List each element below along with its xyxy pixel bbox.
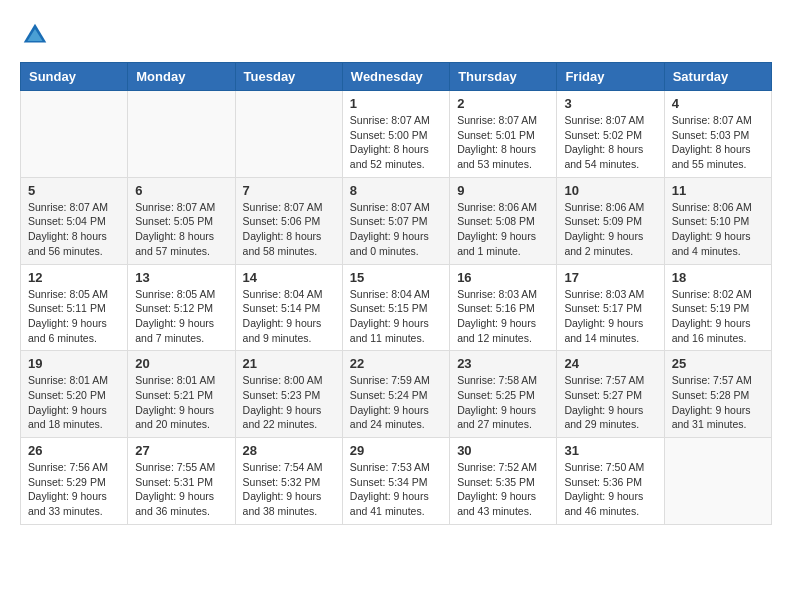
calendar-cell: 1Sunrise: 8:07 AM Sunset: 5:00 PM Daylig… [342,91,449,178]
calendar-cell: 30Sunrise: 7:52 AM Sunset: 5:35 PM Dayli… [450,438,557,525]
day-info: Sunrise: 8:03 AM Sunset: 5:16 PM Dayligh… [457,287,549,346]
weekday-header-row: SundayMondayTuesdayWednesdayThursdayFrid… [21,63,772,91]
day-number: 4 [672,96,764,111]
calendar-week-row: 1Sunrise: 8:07 AM Sunset: 5:00 PM Daylig… [21,91,772,178]
calendar-cell: 29Sunrise: 7:53 AM Sunset: 5:34 PM Dayli… [342,438,449,525]
day-number: 27 [135,443,227,458]
calendar-cell: 17Sunrise: 8:03 AM Sunset: 5:17 PM Dayli… [557,264,664,351]
calendar-cell [21,91,128,178]
calendar-cell: 31Sunrise: 7:50 AM Sunset: 5:36 PM Dayli… [557,438,664,525]
day-info: Sunrise: 8:05 AM Sunset: 5:12 PM Dayligh… [135,287,227,346]
calendar-cell: 6Sunrise: 8:07 AM Sunset: 5:05 PM Daylig… [128,177,235,264]
calendar-table: SundayMondayTuesdayWednesdayThursdayFrid… [20,62,772,525]
day-info: Sunrise: 8:01 AM Sunset: 5:21 PM Dayligh… [135,373,227,432]
day-info: Sunrise: 8:06 AM Sunset: 5:10 PM Dayligh… [672,200,764,259]
day-info: Sunrise: 7:56 AM Sunset: 5:29 PM Dayligh… [28,460,120,519]
calendar-cell: 24Sunrise: 7:57 AM Sunset: 5:27 PM Dayli… [557,351,664,438]
day-info: Sunrise: 8:05 AM Sunset: 5:11 PM Dayligh… [28,287,120,346]
weekday-header: Monday [128,63,235,91]
day-info: Sunrise: 7:57 AM Sunset: 5:28 PM Dayligh… [672,373,764,432]
day-number: 2 [457,96,549,111]
day-number: 17 [564,270,656,285]
day-info: Sunrise: 8:00 AM Sunset: 5:23 PM Dayligh… [243,373,335,432]
calendar-cell: 10Sunrise: 8:06 AM Sunset: 5:09 PM Dayli… [557,177,664,264]
day-number: 16 [457,270,549,285]
weekday-header: Saturday [664,63,771,91]
weekday-header: Tuesday [235,63,342,91]
day-info: Sunrise: 8:04 AM Sunset: 5:14 PM Dayligh… [243,287,335,346]
calendar-cell: 7Sunrise: 8:07 AM Sunset: 5:06 PM Daylig… [235,177,342,264]
day-info: Sunrise: 8:03 AM Sunset: 5:17 PM Dayligh… [564,287,656,346]
weekday-header: Sunday [21,63,128,91]
day-number: 30 [457,443,549,458]
day-number: 5 [28,183,120,198]
day-number: 23 [457,356,549,371]
day-info: Sunrise: 8:07 AM Sunset: 5:00 PM Dayligh… [350,113,442,172]
day-number: 26 [28,443,120,458]
day-number: 21 [243,356,335,371]
day-info: Sunrise: 7:50 AM Sunset: 5:36 PM Dayligh… [564,460,656,519]
day-info: Sunrise: 8:06 AM Sunset: 5:08 PM Dayligh… [457,200,549,259]
calendar-cell: 27Sunrise: 7:55 AM Sunset: 5:31 PM Dayli… [128,438,235,525]
day-info: Sunrise: 7:58 AM Sunset: 5:25 PM Dayligh… [457,373,549,432]
day-info: Sunrise: 7:55 AM Sunset: 5:31 PM Dayligh… [135,460,227,519]
day-number: 13 [135,270,227,285]
day-number: 7 [243,183,335,198]
calendar-cell: 20Sunrise: 8:01 AM Sunset: 5:21 PM Dayli… [128,351,235,438]
day-info: Sunrise: 8:01 AM Sunset: 5:20 PM Dayligh… [28,373,120,432]
calendar-cell: 22Sunrise: 7:59 AM Sunset: 5:24 PM Dayli… [342,351,449,438]
day-info: Sunrise: 8:07 AM Sunset: 5:06 PM Dayligh… [243,200,335,259]
day-info: Sunrise: 8:02 AM Sunset: 5:19 PM Dayligh… [672,287,764,346]
calendar-cell: 9Sunrise: 8:06 AM Sunset: 5:08 PM Daylig… [450,177,557,264]
day-number: 6 [135,183,227,198]
page-header [20,20,772,50]
day-info: Sunrise: 7:57 AM Sunset: 5:27 PM Dayligh… [564,373,656,432]
calendar-cell: 16Sunrise: 8:03 AM Sunset: 5:16 PM Dayli… [450,264,557,351]
calendar-cell [128,91,235,178]
calendar-cell: 8Sunrise: 8:07 AM Sunset: 5:07 PM Daylig… [342,177,449,264]
calendar-cell: 4Sunrise: 8:07 AM Sunset: 5:03 PM Daylig… [664,91,771,178]
day-number: 18 [672,270,764,285]
calendar-cell: 25Sunrise: 7:57 AM Sunset: 5:28 PM Dayli… [664,351,771,438]
weekday-header: Friday [557,63,664,91]
day-info: Sunrise: 8:07 AM Sunset: 5:01 PM Dayligh… [457,113,549,172]
day-number: 8 [350,183,442,198]
calendar-cell: 13Sunrise: 8:05 AM Sunset: 5:12 PM Dayli… [128,264,235,351]
calendar-cell: 3Sunrise: 8:07 AM Sunset: 5:02 PM Daylig… [557,91,664,178]
calendar-cell: 26Sunrise: 7:56 AM Sunset: 5:29 PM Dayli… [21,438,128,525]
calendar-cell: 15Sunrise: 8:04 AM Sunset: 5:15 PM Dayli… [342,264,449,351]
logo [20,20,54,50]
calendar-cell [235,91,342,178]
day-number: 14 [243,270,335,285]
day-number: 31 [564,443,656,458]
calendar-cell: 23Sunrise: 7:58 AM Sunset: 5:25 PM Dayli… [450,351,557,438]
logo-icon [20,20,50,50]
day-info: Sunrise: 7:52 AM Sunset: 5:35 PM Dayligh… [457,460,549,519]
day-info: Sunrise: 8:07 AM Sunset: 5:07 PM Dayligh… [350,200,442,259]
day-number: 22 [350,356,442,371]
day-info: Sunrise: 8:06 AM Sunset: 5:09 PM Dayligh… [564,200,656,259]
calendar-cell: 28Sunrise: 7:54 AM Sunset: 5:32 PM Dayli… [235,438,342,525]
calendar-week-row: 5Sunrise: 8:07 AM Sunset: 5:04 PM Daylig… [21,177,772,264]
day-number: 28 [243,443,335,458]
day-info: Sunrise: 8:07 AM Sunset: 5:05 PM Dayligh… [135,200,227,259]
day-number: 9 [457,183,549,198]
calendar-cell: 11Sunrise: 8:06 AM Sunset: 5:10 PM Dayli… [664,177,771,264]
day-info: Sunrise: 7:54 AM Sunset: 5:32 PM Dayligh… [243,460,335,519]
weekday-header: Thursday [450,63,557,91]
calendar-cell: 21Sunrise: 8:00 AM Sunset: 5:23 PM Dayli… [235,351,342,438]
calendar-cell: 5Sunrise: 8:07 AM Sunset: 5:04 PM Daylig… [21,177,128,264]
day-info: Sunrise: 8:07 AM Sunset: 5:03 PM Dayligh… [672,113,764,172]
day-number: 24 [564,356,656,371]
day-number: 15 [350,270,442,285]
day-number: 10 [564,183,656,198]
calendar-week-row: 12Sunrise: 8:05 AM Sunset: 5:11 PM Dayli… [21,264,772,351]
calendar-cell: 2Sunrise: 8:07 AM Sunset: 5:01 PM Daylig… [450,91,557,178]
day-info: Sunrise: 7:53 AM Sunset: 5:34 PM Dayligh… [350,460,442,519]
calendar-cell: 12Sunrise: 8:05 AM Sunset: 5:11 PM Dayli… [21,264,128,351]
day-number: 12 [28,270,120,285]
weekday-header: Wednesday [342,63,449,91]
day-number: 3 [564,96,656,111]
day-number: 25 [672,356,764,371]
day-info: Sunrise: 8:04 AM Sunset: 5:15 PM Dayligh… [350,287,442,346]
